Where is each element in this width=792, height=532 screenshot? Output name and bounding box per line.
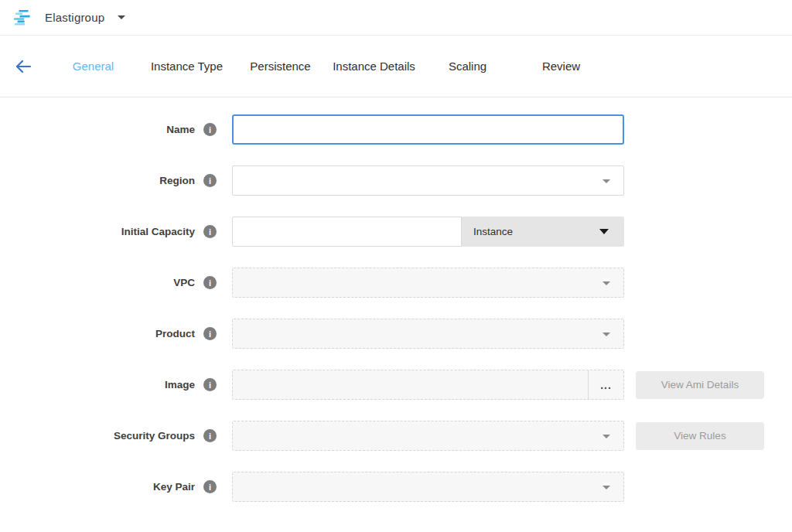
initial-capacity-input[interactable] [232,217,462,247]
image-value [233,370,588,399]
tab-persistence[interactable]: Persistence [234,60,327,73]
app-switcher[interactable]: Elastigroup [11,9,125,27]
security-groups-label: Security Groups [114,430,195,442]
product-label: Product [155,328,195,339]
tabs: General Instance Type Persistence Instan… [46,60,608,73]
key-pair-select[interactable] [232,472,624,502]
info-icon[interactable]: i [203,123,217,136]
region-select[interactable] [232,165,624,196]
product-row: Product i [0,319,792,349]
key-pair-row: Key Pair i [0,472,792,502]
capacity-unit-value: Instance [473,226,513,237]
elastigroup-logo-icon [11,9,31,27]
image-label: Image [165,379,195,390]
name-input[interactable] [232,114,624,145]
view-rules-button[interactable]: View Rules [636,422,764,450]
name-row: Name i [0,114,792,145]
info-icon[interactable]: i [203,174,217,187]
app-title: Elastigroup [45,11,104,24]
region-label: Region [159,175,195,186]
back-arrow-icon [15,60,32,73]
info-icon[interactable]: i [203,327,217,340]
chevron-down-icon [599,229,609,234]
chevron-down-icon [603,332,610,336]
vpc-select[interactable] [232,268,624,298]
back-button[interactable] [0,60,46,73]
info-icon[interactable]: i [203,429,217,442]
image-row: Image i ... View Ami Details [0,370,792,400]
chevron-down-icon [603,281,610,285]
general-settings-form: Name i Region i Initial Capacity i [0,97,792,502]
region-row: Region i [0,165,792,196]
info-icon[interactable]: i [203,480,217,493]
product-select[interactable] [232,319,624,349]
vpc-label: VPC [173,277,195,288]
chevron-down-icon [118,15,125,19]
wizard-tab-bar: General Instance Type Persistence Instan… [0,36,792,97]
image-browse-button[interactable]: ... [589,370,623,399]
capacity-unit-select[interactable]: Instance [462,217,624,247]
top-bar: Elastigroup [0,0,792,36]
chevron-down-icon [603,179,610,183]
initial-capacity-label: Initial Capacity [121,226,195,237]
info-icon[interactable]: i [203,378,217,391]
chevron-down-icon [603,435,610,438]
tab-instance-details[interactable]: Instance Details [327,60,421,73]
info-icon[interactable]: i [203,276,217,289]
security-groups-row: Security Groups i View Rules [0,421,792,451]
initial-capacity-row: Initial Capacity i Instance [0,217,792,247]
image-input[interactable]: ... [232,370,624,400]
view-ami-details-button[interactable]: View Ami Details [636,371,764,399]
tab-review[interactable]: Review [514,60,608,73]
chevron-down-icon [603,486,610,489]
tab-general[interactable]: General [46,60,140,73]
security-groups-select[interactable] [232,421,624,451]
key-pair-label: Key Pair [153,481,195,493]
info-icon[interactable]: i [203,225,217,238]
name-label: Name [166,124,195,135]
vpc-row: VPC i [0,268,792,298]
tab-instance-type[interactable]: Instance Type [140,60,234,73]
tab-scaling[interactable]: Scaling [421,60,514,73]
